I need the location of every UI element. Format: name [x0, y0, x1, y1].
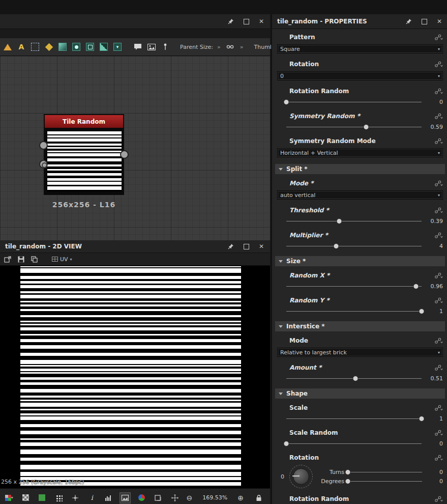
graph-canvas[interactable]: Tile Random 256x256 - L16: [0, 56, 270, 240]
background-checker-icon[interactable]: [21, 493, 31, 503]
node-input-connector-2[interactable]: [39, 160, 48, 169]
dropdown-arrow-icon: ▾: [438, 74, 440, 78]
fill-node-icon[interactable]: [43, 41, 54, 52]
pin-icon[interactable]: [405, 18, 412, 25]
lock-zoom-icon[interactable]: [254, 493, 264, 503]
section-shape[interactable]: Shape: [275, 388, 445, 399]
dropdown-mode[interactable]: Relative to largest brick▾: [277, 348, 443, 357]
view2d-toolbar: UV ▾: [0, 253, 270, 266]
dropdown-symmetry-random-mode[interactable]: Horizontal + Vertical▾: [277, 148, 443, 157]
shape-node-icon[interactable]: [71, 41, 82, 52]
function-icon[interactable]: [434, 34, 443, 41]
slider-value: 0: [426, 99, 443, 105]
copy-icon[interactable]: [29, 255, 39, 264]
view2d-canvas[interactable]: 256 x 256 (Grayscale, 16bpc): [0, 266, 270, 488]
image-view-icon[interactable]: [120, 493, 130, 503]
function-icon[interactable]: [434, 272, 443, 279]
slider-turns[interactable]: [348, 469, 422, 475]
background-color-icon[interactable]: [37, 493, 47, 503]
text-node-icon[interactable]: A: [16, 41, 27, 52]
slider[interactable]: [286, 124, 422, 130]
close-icon[interactable]: ✕: [258, 18, 265, 25]
tiling-grid-icon[interactable]: [54, 493, 64, 503]
prop-multiplier: Multiplier *4: [277, 231, 443, 249]
link-size-icon[interactable]: [225, 41, 236, 52]
output-node-icon[interactable]: ▾: [112, 41, 123, 52]
function-icon[interactable]: [434, 338, 443, 344]
function-icon[interactable]: [434, 113, 443, 120]
pan-icon[interactable]: [170, 493, 180, 503]
slider[interactable]: [286, 99, 422, 105]
blend-node-icon[interactable]: [98, 41, 109, 52]
maximize-icon[interactable]: [243, 243, 250, 250]
function-icon[interactable]: [434, 455, 443, 461]
section-split[interactable]: Split *: [275, 164, 445, 174]
parent-size-expand-icon[interactable]: »: [216, 44, 222, 50]
function-icon[interactable]: [434, 405, 443, 411]
prop-rotation: Rotation0▾: [277, 60, 443, 80]
function-icon[interactable]: [434, 88, 443, 95]
pin-icon[interactable]: [227, 18, 234, 25]
marquee-select-icon[interactable]: [29, 41, 41, 52]
node-caption: 256x256 - L16: [44, 201, 124, 209]
close-icon[interactable]: ✕: [436, 18, 443, 25]
export-image-icon[interactable]: [3, 255, 12, 264]
link-size-expand-icon[interactable]: »: [239, 44, 245, 50]
function-icon[interactable]: [434, 180, 443, 187]
node-tile-random[interactable]: Tile Random 256x256 - L16: [44, 114, 124, 209]
pin-icon[interactable]: [227, 243, 234, 250]
dropdown-rotation[interactable]: 0▾: [277, 71, 443, 80]
zoom-out-icon[interactable]: ⊖: [187, 494, 193, 502]
slider[interactable]: [286, 415, 422, 422]
slider[interactable]: [286, 243, 422, 249]
function-icon[interactable]: [434, 430, 443, 436]
fit-canvas-icon[interactable]: [153, 493, 163, 503]
top-strip: [0, 0, 447, 14]
rotation-dial[interactable]: [289, 465, 313, 488]
maximize-icon[interactable]: [421, 18, 428, 25]
node-input-connector-1[interactable]: [39, 141, 48, 150]
slider[interactable]: [286, 308, 422, 315]
color-preview-icon[interactable]: [137, 493, 147, 503]
slider-degrees[interactable]: [348, 478, 422, 485]
maximize-icon[interactable]: [243, 18, 250, 25]
frame-image-icon[interactable]: [146, 41, 157, 52]
function-icon[interactable]: [434, 365, 443, 371]
slider[interactable]: [286, 440, 422, 447]
close-icon[interactable]: ✕: [258, 243, 265, 250]
histogram-icon[interactable]: [104, 493, 114, 503]
prop-label: Amount *: [289, 364, 321, 371]
function-icon[interactable]: [434, 232, 443, 239]
dropdown-mode[interactable]: auto vertical▾: [277, 190, 443, 200]
comment-icon[interactable]: [132, 41, 143, 52]
gradient-node-icon[interactable]: [57, 41, 68, 52]
save-icon[interactable]: [16, 255, 25, 264]
function-icon[interactable]: [434, 297, 443, 304]
node-output-connector[interactable]: [120, 150, 129, 159]
info-icon[interactable]: i: [87, 493, 97, 503]
slider-value: 0.59: [426, 124, 443, 130]
dropdown-pattern[interactable]: Square▾: [277, 44, 443, 53]
function-icon[interactable]: [434, 496, 443, 502]
function-icon[interactable]: [434, 207, 443, 214]
section-interstice[interactable]: Interstice *: [275, 321, 445, 331]
slider[interactable]: [286, 218, 422, 225]
pattern-node-icon[interactable]: [84, 41, 96, 52]
slider[interactable]: [286, 283, 422, 290]
function-icon[interactable]: [434, 61, 443, 68]
section-size[interactable]: Size *: [275, 256, 445, 266]
prop-label: Threshold *: [289, 207, 329, 214]
function-icon[interactable]: [434, 138, 443, 145]
transform-gizmo-icon[interactable]: [70, 493, 80, 503]
slider[interactable]: [286, 375, 422, 382]
slider-value: 0: [426, 440, 443, 447]
channels-icon[interactable]: ▾: [4, 493, 14, 503]
uv-mode-dropdown[interactable]: UV ▾: [52, 256, 72, 263]
warning-node-icon[interactable]: [2, 41, 13, 52]
pin-note-icon[interactable]: [160, 41, 171, 52]
prop-label: Random Y *: [289, 297, 330, 304]
slider-value: 0.51: [426, 375, 443, 382]
node-preview: [45, 129, 123, 194]
zoom-in-icon[interactable]: ⊕: [237, 494, 244, 502]
dropdown-arrow-icon: ▾: [438, 151, 440, 155]
